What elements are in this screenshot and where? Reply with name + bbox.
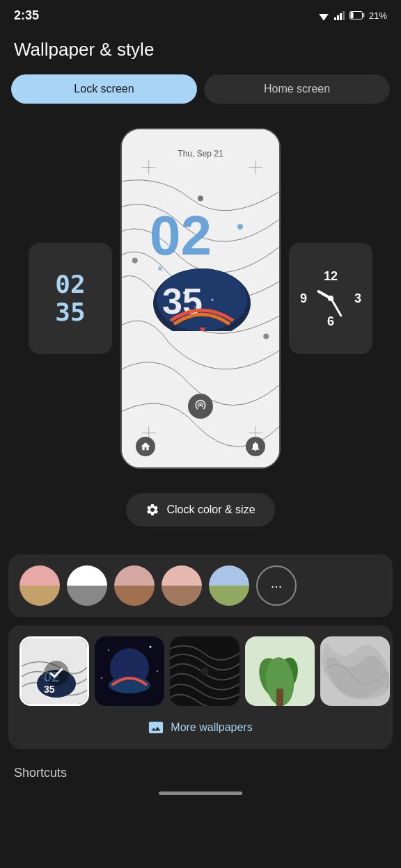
fingerprint-icon	[194, 399, 207, 413]
more-wallpapers-icon	[148, 720, 164, 735]
battery-icon	[349, 11, 365, 19]
wallpaper-thumb-4[interactable]	[245, 636, 315, 706]
swatches-section: ···	[8, 554, 393, 617]
svg-text:02: 02	[150, 204, 212, 266]
left-clock-card[interactable]: 0235	[29, 243, 112, 354]
clock-color-size-button[interactable]: Clock color & size	[126, 493, 274, 527]
svg-marker-29	[200, 328, 205, 331]
svg-point-31	[158, 266, 162, 271]
battery-percent: 21%	[369, 10, 387, 21]
swatch-3[interactable]	[114, 565, 155, 606]
wallpaper-thumb-2[interactable]	[95, 636, 164, 706]
phone-bell-icon	[246, 437, 265, 456]
clock-color-label: Clock color & size	[166, 504, 255, 516]
digital-clock-display: 0235	[55, 271, 85, 326]
wallpaper-thumb-3[interactable]	[170, 636, 239, 706]
bottom-indicator	[0, 780, 401, 801]
svg-rect-3	[334, 17, 336, 20]
more-wallpapers-label: More wallpapers	[171, 721, 252, 734]
page-title: Wallpaper & style	[0, 28, 401, 74]
tab-home-screen[interactable]: Home screen	[204, 74, 390, 104]
wifi-icon	[317, 10, 330, 20]
wallpaper-thumb-3-img	[170, 636, 239, 706]
swatch-2[interactable]	[67, 565, 107, 606]
tab-row: Lock screen Home screen	[0, 74, 401, 118]
wallpaper-thumb-4-img	[245, 636, 315, 706]
svg-point-44	[157, 670, 158, 672]
clock-12: 12	[324, 269, 338, 284]
svg-rect-4	[337, 15, 339, 20]
wallpaper-thumbs: 02 35	[19, 636, 382, 706]
svg-point-30	[237, 224, 243, 230]
wallpaper-thumb-2-img	[95, 636, 164, 706]
svg-rect-8	[363, 13, 365, 17]
svg-point-21	[263, 334, 269, 339]
swatch-4[interactable]	[162, 565, 202, 606]
more-wallpapers-button[interactable]: More wallpapers	[19, 717, 382, 738]
svg-point-26	[212, 299, 214, 301]
bottom-pill	[159, 791, 242, 795]
svg-rect-5	[340, 13, 342, 20]
swatch-5[interactable]	[209, 565, 249, 606]
wallpapers-section: 02 35	[8, 625, 393, 749]
wallpaper-thumb-1[interactable]: 02 35	[19, 636, 89, 706]
wallpaper-thumb-5-img	[320, 636, 390, 706]
analog-clock-face: 12 3 6 9	[303, 271, 359, 326]
wallpaper-thumb-1-img: 02 35	[22, 638, 89, 706]
phone-art-svg: 02 35	[143, 192, 261, 331]
clock-center-dot	[328, 296, 333, 301]
phone-wallpaper: Thu, Sep 21 02 35	[122, 129, 279, 467]
svg-point-20	[132, 257, 138, 263]
shortcuts-section: Shortcuts	[0, 757, 401, 780]
svg-rect-9	[350, 13, 353, 19]
swatch-1[interactable]	[19, 565, 60, 606]
status-bar: 2:35 21%	[0, 0, 401, 28]
clock-9: 9	[300, 291, 307, 306]
svg-point-42	[150, 646, 152, 648]
clock-3: 3	[354, 291, 361, 306]
svg-point-46	[200, 667, 209, 675]
svg-rect-51	[276, 689, 283, 706]
right-clock-card[interactable]: 12 3 6 9	[289, 243, 372, 354]
phone-fingerprint-btn[interactable]	[188, 394, 213, 419]
status-icons: 21%	[317, 10, 387, 21]
svg-point-43	[101, 677, 102, 679]
wallpaper-thumb-5[interactable]	[320, 636, 390, 706]
preview-area: 0235	[0, 118, 401, 493]
tab-lock-screen[interactable]: Lock screen	[11, 74, 197, 104]
more-dots-icon: ···	[271, 578, 283, 594]
more-swatches-button[interactable]: ···	[256, 565, 297, 606]
clock-6: 6	[327, 314, 334, 329]
gear-icon	[146, 503, 159, 517]
svg-point-32	[199, 404, 201, 406]
phone-date: Thu, Sep 21	[178, 149, 223, 159]
svg-point-41	[108, 650, 109, 651]
phone-bottom-icons	[122, 437, 279, 456]
signal-icon	[334, 10, 345, 20]
shortcuts-title: Shortcuts	[14, 766, 67, 780]
phone-home-icon	[136, 437, 155, 456]
svg-rect-6	[343, 11, 345, 20]
phone-mockup: Thu, Sep 21 02 35	[120, 128, 281, 469]
status-time: 2:35	[14, 8, 39, 23]
